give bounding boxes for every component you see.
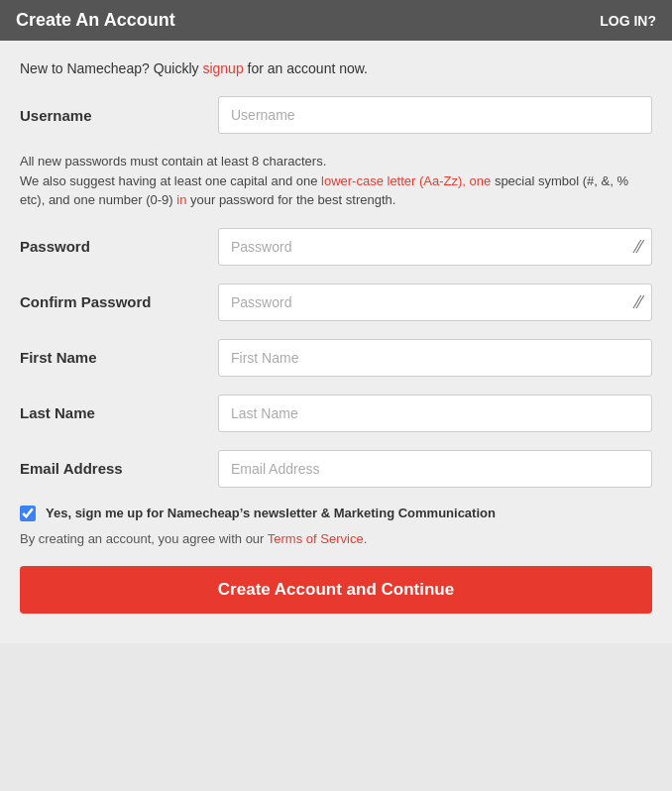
last-name-label: Last Name bbox=[20, 404, 218, 421]
first-name-input-wrapper bbox=[218, 339, 652, 377]
create-account-button[interactable]: Create Account and Continue bbox=[20, 566, 652, 614]
password-label: Password bbox=[20, 238, 218, 255]
username-row: Username bbox=[20, 96, 652, 134]
newsletter-row: Yes, sign me up for Namecheap’s newslett… bbox=[20, 506, 652, 521]
first-name-label: First Name bbox=[20, 349, 218, 366]
password-hint: All new passwords must contain at least … bbox=[20, 152, 652, 210]
password-input[interactable] bbox=[218, 228, 652, 266]
signup-link[interactable]: signup bbox=[202, 60, 243, 76]
intro-text-after: for an account now. bbox=[244, 60, 368, 76]
last-name-input-wrapper bbox=[218, 395, 652, 432]
password-toggle-icon[interactable]: ⁄⁄ bbox=[636, 236, 642, 257]
intro-text-before: New to Namecheap? Quickly bbox=[20, 60, 202, 76]
terms-text-after: . bbox=[364, 531, 368, 546]
username-input[interactable] bbox=[218, 96, 652, 134]
email-input-wrapper bbox=[218, 450, 652, 488]
login-link[interactable]: LOG IN? bbox=[600, 13, 656, 29]
confirm-password-row: Confirm Password ⁄⁄ bbox=[20, 283, 652, 321]
last-name-input[interactable] bbox=[218, 395, 652, 432]
first-name-row: First Name bbox=[20, 339, 652, 377]
email-row: Email Address bbox=[20, 450, 652, 488]
password-hint-line1: All new passwords must contain at least … bbox=[20, 154, 326, 169]
password-hint-highlight1: lower-case letter (Aa-Zz), one bbox=[321, 173, 491, 188]
first-name-input[interactable] bbox=[218, 339, 652, 377]
email-label: Email Address bbox=[20, 460, 218, 477]
last-name-row: Last Name bbox=[20, 395, 652, 432]
password-input-wrapper: ⁄⁄ bbox=[218, 228, 652, 266]
terms-text: By creating an account, you agree with o… bbox=[20, 531, 652, 546]
header: Create An Account LOG IN? bbox=[0, 0, 672, 41]
password-hint-highlight2: in bbox=[176, 192, 186, 207]
username-input-wrapper bbox=[218, 96, 652, 134]
password-hint-line2-after: your password for the best strength. bbox=[186, 192, 395, 207]
password-hint-line2-before: We also suggest having at least one capi… bbox=[20, 173, 321, 188]
confirm-password-label: Confirm Password bbox=[20, 293, 218, 310]
terms-link[interactable]: Terms of Service bbox=[268, 531, 364, 546]
newsletter-checkbox[interactable] bbox=[20, 506, 36, 521]
confirm-password-toggle-icon[interactable]: ⁄⁄ bbox=[636, 291, 642, 312]
page-title: Create An Account bbox=[16, 10, 175, 31]
intro-text: New to Namecheap? Quickly signup for an … bbox=[20, 60, 652, 76]
newsletter-label-text: Yes, sign me up for Namecheap’s newslett… bbox=[46, 506, 496, 520]
password-row: Password ⁄⁄ bbox=[20, 228, 652, 266]
confirm-password-input-wrapper: ⁄⁄ bbox=[218, 283, 652, 321]
email-input[interactable] bbox=[218, 450, 652, 488]
confirm-password-input[interactable] bbox=[218, 283, 652, 321]
terms-text-before: By creating an account, you agree with o… bbox=[20, 531, 268, 546]
newsletter-label[interactable]: Yes, sign me up for Namecheap’s newslett… bbox=[46, 506, 496, 520]
username-label: Username bbox=[20, 107, 218, 124]
main-content: New to Namecheap? Quickly signup for an … bbox=[0, 41, 672, 643]
